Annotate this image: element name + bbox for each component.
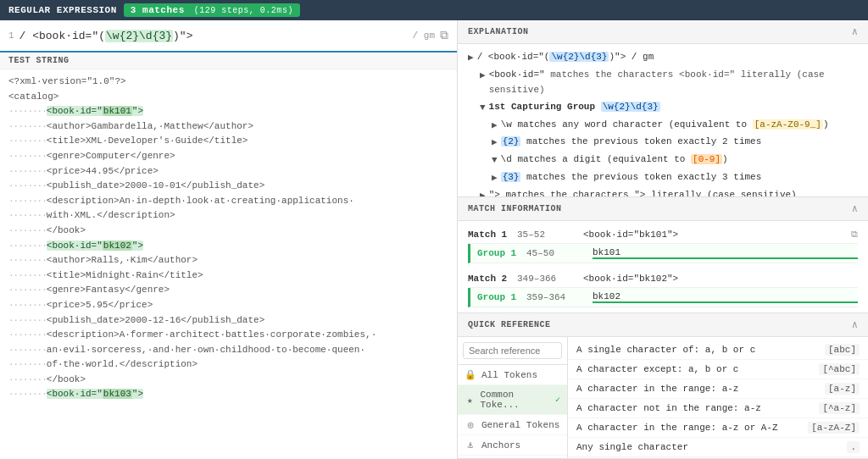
regex-flags: / gm bbox=[413, 30, 435, 41]
ref-row-2: A character in the range: a-z [a-z] bbox=[568, 379, 868, 399]
exp-line-7: ▶ "> matches the characters "> literally… bbox=[468, 187, 858, 197]
regex-highlight: \w{2}\d{3} bbox=[105, 30, 173, 42]
test-line: ········<genre>Computer</genre> bbox=[8, 149, 448, 164]
explanation-header[interactable]: EXPLANATION ∧ bbox=[458, 20, 868, 44]
explanation-toggle[interactable]: ∧ bbox=[852, 25, 858, 38]
ref-row-1: A character except: a, b or c [^abc] bbox=[568, 360, 868, 379]
test-line: ········<genre>Fantasy</genre> bbox=[8, 283, 448, 298]
group1-label-2: Group 1 bbox=[477, 292, 520, 302]
exp-line-5: ▼ \d matches a digit (equivalent to [0-9… bbox=[468, 152, 858, 169]
test-line: ········<book·id="bk102"> bbox=[8, 239, 448, 254]
explanation-title: EXPLANATION bbox=[468, 27, 529, 36]
test-line: ········</book> bbox=[8, 373, 448, 388]
regex-area[interactable]: 1 / <book·id="(\w{2}\d{3})"> / gm ⧉ bbox=[0, 20, 457, 53]
star-icon: ★ bbox=[465, 395, 476, 406]
match2-range: 349–366 bbox=[517, 274, 576, 284]
test-string-content[interactable]: <?xml·version="1.0"?> <catalog> ········… bbox=[0, 69, 457, 459]
exp-line-1: ▶ <book·id=" matches the characters <boo… bbox=[468, 67, 858, 98]
quick-ref-section: QUICK REFERENCE ∧ 🔒 All Tokens ★ Common … bbox=[458, 313, 868, 459]
category-common-tokens[interactable]: ★ Common Toke... ✓ bbox=[458, 385, 567, 415]
match-info-toggle[interactable]: ∧ bbox=[852, 202, 858, 215]
explanation-section: EXPLANATION ∧ ▶ / <book·id="(\w{2}\d{3})… bbox=[458, 20, 868, 197]
match-info-header[interactable]: MATCH INFORMATION ∧ bbox=[458, 197, 868, 221]
match-info-content: Match 1 35–52 <book·id="bk101"> ⧉ Group … bbox=[458, 221, 868, 312]
test-line: ········<description>An·in-depth·look·at… bbox=[8, 194, 448, 209]
ref-row-0: A single character of: a, b or c [abc] bbox=[568, 340, 868, 360]
match-row-1: Match 1 35–52 <book·id="bk101"> ⧉ bbox=[468, 226, 858, 244]
category-general-tokens[interactable]: ◎ General Tokens bbox=[458, 415, 567, 435]
header-left: REGULAR EXPRESSION 3 matches (129 steps,… bbox=[8, 3, 300, 17]
search-input[interactable] bbox=[463, 342, 562, 359]
test-line: ········</book> bbox=[8, 224, 448, 239]
test-line: ········<publish_date>2000-10-01</publis… bbox=[8, 179, 448, 194]
test-line: ········<title>XML·Developer's·Guide</ti… bbox=[8, 134, 448, 149]
ref-row-5: Any single character . bbox=[568, 438, 868, 457]
test-line: <catalog> bbox=[8, 90, 448, 105]
check-icon: ✓ bbox=[555, 395, 560, 405]
category-all-tokens[interactable]: 🔒 All Tokens bbox=[458, 365, 567, 385]
match2-value: <book·id="bk102"> bbox=[583, 274, 858, 284]
test-line: ········<author>Ralls,·Kim</author> bbox=[8, 253, 448, 268]
exp-line-0: ▶ / <book·id="(\w{2}\d{3})"> / gm bbox=[468, 49, 858, 66]
lock-icon: 🔒 bbox=[465, 369, 476, 380]
general-icon: ◎ bbox=[465, 419, 476, 430]
match-info-title: MATCH INFORMATION bbox=[468, 204, 562, 213]
match1-copy[interactable]: ⧉ bbox=[851, 230, 858, 240]
quick-ref-content: 🔒 All Tokens ★ Common Toke... ✓ ◎ Genera… bbox=[458, 337, 868, 458]
test-line: ········<price>5.95</price> bbox=[8, 298, 448, 313]
header-bar: REGULAR EXPRESSION 3 matches (129 steps,… bbox=[0, 0, 868, 20]
left-panel: 1 / <book·id="(\w{2}\d{3})"> / gm ⧉ TEST… bbox=[0, 20, 458, 459]
test-string-label: TEST STRING bbox=[0, 53, 457, 69]
anchor-icon: ⚓ bbox=[465, 440, 476, 451]
header-title: REGULAR EXPRESSION bbox=[8, 5, 117, 15]
copy-button[interactable]: ⧉ bbox=[440, 29, 448, 42]
match1-range: 35–52 bbox=[517, 230, 576, 240]
ref-row-4: A character in the range: a-z or A-Z [a-… bbox=[568, 418, 868, 438]
test-line: ········<author>Gambardella,·Matthew</au… bbox=[8, 119, 448, 135]
exp-line-6: ▶ {3} matches the previous token exactly… bbox=[468, 169, 858, 186]
match-row-2: Match 2 349–366 <book·id="bk102"> bbox=[468, 270, 858, 288]
exp-line-4: ▶ {2} matches the previous token exactly… bbox=[468, 134, 858, 151]
group1-row-2: Group 1 359–364 bk102 bbox=[468, 288, 858, 307]
test-line: ········<book·id="bk101"> bbox=[8, 104, 448, 119]
group1-value: bk101 bbox=[593, 247, 858, 259]
group1-range-2: 359–364 bbox=[526, 292, 586, 302]
quick-ref-items: A single character of: a, b or c [abc] A… bbox=[568, 337, 868, 458]
quick-ref-title: QUICK REFERENCE bbox=[468, 320, 551, 329]
quick-ref-header[interactable]: QUICK REFERENCE ∧ bbox=[458, 313, 868, 337]
group1-value-2: bk102 bbox=[593, 291, 858, 303]
regex-line-num: 1 bbox=[8, 30, 14, 41]
quick-ref-toggle[interactable]: ∧ bbox=[852, 318, 858, 331]
test-line: ········<description>A·former·architect·… bbox=[8, 328, 448, 343]
test-line: ········of·the·world.</description> bbox=[8, 357, 448, 373]
right-panel: EXPLANATION ∧ ▶ / <book·id="(\w{2}\d{3})… bbox=[458, 20, 868, 459]
regex-display: / <book·id="(\w{2}\d{3})"> bbox=[19, 30, 408, 42]
match2-label: Match 2 bbox=[468, 274, 510, 284]
group1-row-1: Group 1 45–50 bk101 bbox=[468, 244, 858, 263]
category-anchors[interactable]: ⚓ Anchors bbox=[458, 435, 567, 456]
group1-range: 45–50 bbox=[526, 248, 586, 258]
match1-label: Match 1 bbox=[468, 230, 510, 240]
quick-ref-categories: 🔒 All Tokens ★ Common Toke... ✓ ◎ Genera… bbox=[458, 337, 568, 458]
match-info-section: MATCH INFORMATION ∧ Match 1 35–52 <book·… bbox=[458, 197, 868, 313]
matches-badge: 3 matches (129 steps, 0.2ms) bbox=[124, 3, 300, 17]
test-line: ········an·evil·sorceress,·and·her·own·c… bbox=[8, 343, 448, 358]
group1-label: Group 1 bbox=[477, 248, 520, 258]
explanation-content: ▶ / <book·id="(\w{2}\d{3})"> / gm ▶ <boo… bbox=[458, 44, 868, 196]
ref-row-3: A character not in the range: a-z [^a-z] bbox=[568, 399, 868, 418]
test-line: ········<title>Midnight·Rain</title> bbox=[8, 268, 448, 284]
match-separator bbox=[468, 263, 858, 270]
test-line: ········<book·id="bk103"> bbox=[8, 387, 448, 402]
main-layout: 1 / <book·id="(\w{2}\d{3})"> / gm ⧉ TEST… bbox=[0, 20, 868, 459]
match1-value: <book·id="bk101"> bbox=[583, 230, 844, 240]
exp-line-3: ▶ \w matches any word character (equival… bbox=[468, 117, 858, 134]
test-line: ········<publish_date>2000-12-16</publis… bbox=[8, 313, 448, 329]
test-line: ········<price>44.95</price> bbox=[8, 164, 448, 180]
test-line: <?xml·version="1.0"?> bbox=[8, 75, 448, 90]
test-line: ········with·XML.</description> bbox=[8, 208, 448, 224]
exp-line-2: ▼ 1st Capturing Group \w{2}\d{3} bbox=[468, 99, 858, 116]
quick-ref-search-area bbox=[458, 337, 567, 365]
